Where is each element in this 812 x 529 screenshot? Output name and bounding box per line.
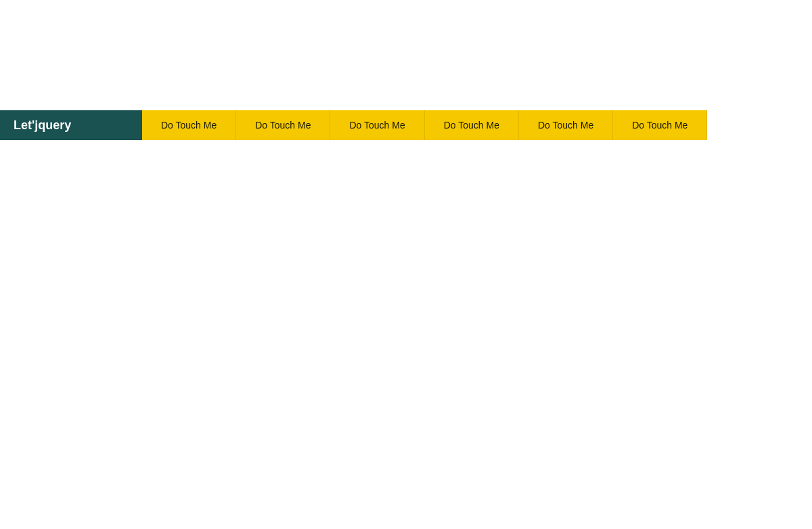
nav-link-6[interactable]: Do Touch Me: [613, 110, 707, 140]
nav-link-3[interactable]: Do Touch Me: [330, 110, 424, 140]
nav-link-1-label: Do Touch Me: [161, 120, 217, 131]
nav-item-4: Do Touch Me: [425, 110, 519, 140]
nav-link-6-label: Do Touch Me: [632, 120, 687, 131]
nav-item-2: Do Touch Me JavaScript JQuery SlideUp Sl…: [236, 110, 330, 140]
nav-item-6: Do Touch Me: [613, 110, 707, 140]
nav-link-1[interactable]: Do Touch Me: [142, 110, 236, 140]
nav-link-5-label: Do Touch Me: [538, 120, 593, 131]
nav-link-3-label: Do Touch Me: [349, 120, 405, 131]
nav-link-5[interactable]: Do Touch Me: [519, 110, 613, 140]
nav-item-1: Do Touch Me: [142, 110, 236, 140]
nav-link-2-label: Do Touch Me: [255, 120, 311, 131]
navbar: Let'jquery Do Touch Me Do Touch Me JavaS…: [0, 110, 812, 140]
nav-link-4-label: Do Touch Me: [444, 120, 499, 131]
brand-logo: Let'jquery: [0, 110, 142, 140]
nav-link-2[interactable]: Do Touch Me: [236, 110, 330, 140]
nav-item-5: Do Touch Me: [519, 110, 613, 140]
nav-item-3: Do Touch Me: [330, 110, 424, 140]
brand-label: Let'jquery: [14, 118, 71, 133]
nav-link-4[interactable]: Do Touch Me: [425, 110, 519, 140]
